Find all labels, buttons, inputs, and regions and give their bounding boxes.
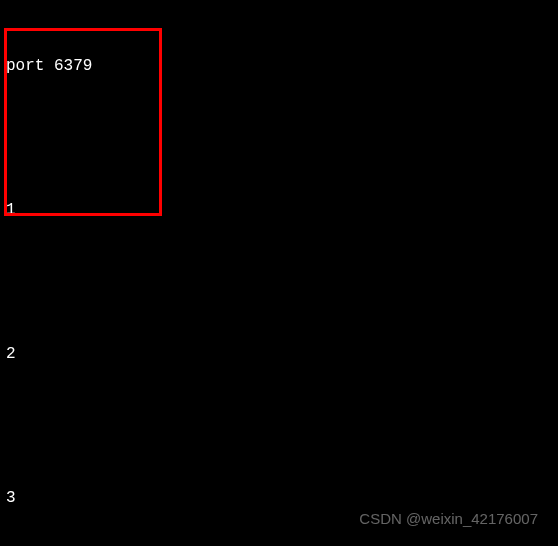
numbered-line: 3 xyxy=(6,486,552,510)
numbered-line: 1 xyxy=(6,198,552,222)
blank-line xyxy=(6,270,552,294)
watermark-text: CSDN @weixin_42176007 xyxy=(359,508,538,531)
numbered-line: 2 xyxy=(6,342,552,366)
terminal-output: port 6379 1 2 3 4 bind 0.0.0.0 cluster-e… xyxy=(6,6,552,546)
blank-line xyxy=(6,126,552,150)
blank-line xyxy=(6,414,552,438)
config-line: port 6379 xyxy=(6,54,552,78)
